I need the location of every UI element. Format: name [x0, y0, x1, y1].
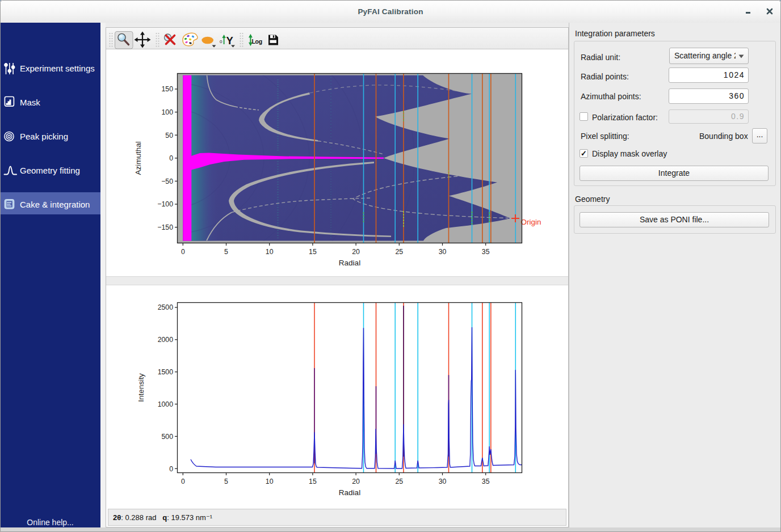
svg-text:0: 0 [169, 154, 173, 162]
svg-text:Log: Log [252, 38, 262, 45]
svg-text:35: 35 [482, 478, 490, 485]
svg-text:Origin: Origin [521, 218, 541, 226]
svg-text:2500: 2500 [158, 303, 174, 311]
svg-text:−50: −50 [161, 178, 173, 185]
svg-text:Radial: Radial [339, 259, 360, 267]
svg-text:Radial: Radial [339, 488, 360, 497]
svg-text:30: 30 [439, 248, 447, 256]
svg-text:30: 30 [439, 478, 447, 485]
svg-text:35: 35 [482, 248, 490, 256]
svg-text:15: 15 [309, 478, 317, 485]
svg-text:Azimuthal: Azimuthal [134, 141, 142, 175]
svg-text:50: 50 [165, 132, 173, 140]
svg-text:15: 15 [309, 248, 317, 256]
svg-text:2000: 2000 [158, 336, 174, 344]
svg-text:1500: 1500 [158, 368, 174, 376]
svg-text:25: 25 [395, 478, 403, 485]
svg-text:0: 0 [181, 248, 185, 256]
svg-text:10: 10 [266, 478, 274, 485]
svg-text:500: 500 [161, 433, 173, 441]
svg-text:25: 25 [395, 248, 403, 256]
svg-text:1000: 1000 [158, 400, 174, 408]
svg-text:5: 5 [224, 248, 228, 256]
svg-text:10: 10 [266, 248, 274, 256]
svg-text:0: 0 [181, 478, 185, 485]
svg-text:−150: −150 [157, 223, 173, 231]
svg-text:−100: −100 [157, 200, 173, 208]
svg-text:Intensity: Intensity [137, 373, 145, 402]
svg-text:20: 20 [352, 248, 360, 256]
svg-text:5: 5 [224, 478, 228, 485]
svg-text:20: 20 [352, 478, 360, 485]
svg-text:Y: Y [226, 35, 234, 47]
svg-text:0: 0 [169, 465, 173, 473]
svg-text:0: 0 [220, 39, 222, 44]
svg-text:100: 100 [161, 108, 173, 116]
svg-text:150: 150 [161, 85, 173, 93]
